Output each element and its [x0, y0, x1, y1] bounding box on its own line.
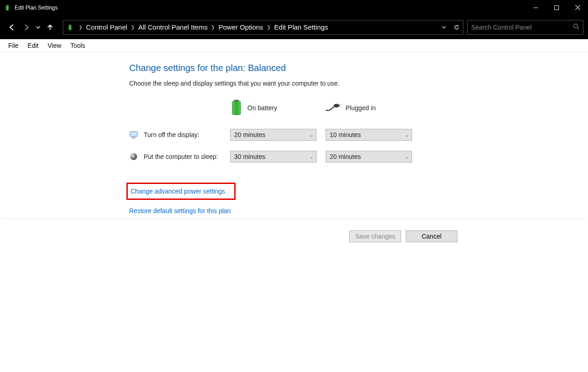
svg-point-8 — [574, 24, 578, 28]
svg-rect-7 — [69, 24, 71, 25]
chevron-down-icon: ⌄ — [402, 132, 412, 138]
nav-forward-button[interactable] — [19, 20, 34, 35]
battery-icon — [230, 99, 243, 117]
menubar: File Edit View Tools — [0, 39, 588, 52]
svg-point-12 — [334, 104, 339, 107]
breadcrumb-segment[interactable]: Edit Plan Settings — [272, 23, 330, 31]
menu-tools[interactable]: Tools — [66, 41, 90, 50]
menu-edit[interactable]: Edit — [23, 41, 43, 50]
titlebar: Edit Plan Settings — [0, 0, 588, 15]
content-area: Change settings for the plan: Balanced C… — [0, 52, 588, 214]
search-input[interactable] — [471, 24, 573, 31]
page-subtitle: Choose the sleep and display settings th… — [129, 80, 588, 87]
breadcrumb-segment[interactable]: Control Panel — [84, 23, 129, 31]
chevron-right-icon: ❯ — [77, 25, 84, 30]
plug-icon — [326, 103, 341, 113]
chevron-right-icon: ❯ — [209, 25, 216, 30]
svg-line-9 — [577, 27, 579, 29]
svg-point-18 — [131, 153, 137, 160]
sleep-battery-dropdown[interactable]: 30 minutes ⌄ — [230, 151, 317, 163]
breadcrumb-segment[interactable]: All Control Panel Items — [136, 23, 210, 31]
maximize-button[interactable] — [546, 0, 567, 15]
svg-line-14 — [339, 106, 341, 107]
svg-rect-1 — [6, 5, 8, 5]
chevron-down-icon: ⌄ — [402, 154, 412, 159]
column-header-plugged-label: Plugged in — [346, 104, 376, 112]
close-button[interactable] — [567, 0, 588, 15]
svg-rect-3 — [555, 5, 559, 10]
dropdown-value: 10 minutes — [326, 131, 402, 138]
svg-line-13 — [339, 105, 341, 105]
nav-back-button[interactable] — [5, 20, 19, 35]
highlight-box: Change advanced power settings — [126, 183, 236, 200]
dropdown-value: 20 minutes — [231, 131, 306, 138]
menu-file[interactable]: File — [4, 41, 23, 50]
chevron-down-icon: ⌄ — [306, 132, 316, 138]
cancel-button[interactable]: Cancel — [406, 230, 457, 242]
address-dropdown-button[interactable] — [437, 20, 450, 35]
nav-recent-dropdown[interactable] — [34, 20, 43, 35]
moon-icon — [129, 152, 138, 161]
row-display-label: Turn off the display: — [129, 130, 230, 139]
power-settings-grid: On battery Plugged in — [129, 97, 588, 163]
column-header-battery: On battery — [230, 97, 326, 119]
divider — [1, 219, 587, 219]
power-app-icon — [4, 4, 11, 11]
breadcrumb-bar[interactable]: ❯ Control Panel ❯ All Control Panel Item… — [63, 20, 463, 35]
row-sleep-text: Put the computer to sleep: — [144, 153, 218, 160]
column-header-battery-label: On battery — [247, 104, 277, 112]
display-plugged-dropdown[interactable]: 10 minutes ⌄ — [326, 129, 412, 141]
column-header-plugged: Plugged in — [326, 97, 421, 119]
display-battery-dropdown[interactable]: 20 minutes ⌄ — [230, 129, 317, 141]
svg-rect-15 — [130, 132, 137, 137]
dropdown-value: 20 minutes — [326, 153, 402, 160]
link-advanced-settings[interactable]: Change advanced power settings — [131, 188, 225, 195]
row-sleep-label: Put the computer to sleep: — [129, 152, 230, 161]
row-display-text: Turn off the display: — [144, 131, 199, 138]
window-title: Edit Plan Settings — [15, 5, 58, 11]
search-icon — [573, 23, 579, 31]
minimize-button[interactable] — [525, 0, 546, 15]
chevron-down-icon: ⌄ — [306, 154, 316, 159]
breadcrumb-segment[interactable]: Power Options — [216, 23, 265, 31]
cancel-label: Cancel — [422, 233, 442, 240]
footer-buttons: Save changes Cancel — [1, 224, 587, 242]
save-changes-label: Save changes — [355, 233, 396, 240]
settings-links: Change advanced power settings Restore d… — [129, 183, 588, 214]
svg-rect-6 — [69, 25, 71, 30]
svg-rect-17 — [131, 138, 136, 138]
chevron-right-icon: ❯ — [129, 25, 136, 30]
monitor-icon — [129, 130, 138, 139]
refresh-button[interactable] — [450, 20, 463, 35]
page-title: Change settings for the plan: Balanced — [129, 63, 588, 73]
navbar: ❯ Control Panel ❯ All Control Panel Item… — [0, 15, 588, 39]
dropdown-value: 30 minutes — [231, 153, 306, 160]
menu-view[interactable]: View — [43, 41, 66, 50]
svg-rect-11 — [232, 101, 241, 115]
power-breadcrumb-icon — [66, 23, 74, 31]
svg-rect-16 — [132, 137, 135, 138]
save-changes-button[interactable]: Save changes — [349, 230, 401, 242]
search-box[interactable] — [467, 20, 583, 35]
chevron-right-icon: ❯ — [265, 25, 272, 30]
link-restore-defaults[interactable]: Restore default settings for this plan — [129, 207, 231, 214]
nav-up-button[interactable] — [43, 20, 57, 35]
svg-rect-0 — [6, 5, 9, 10]
sleep-plugged-dropdown[interactable]: 20 minutes ⌄ — [326, 151, 412, 163]
